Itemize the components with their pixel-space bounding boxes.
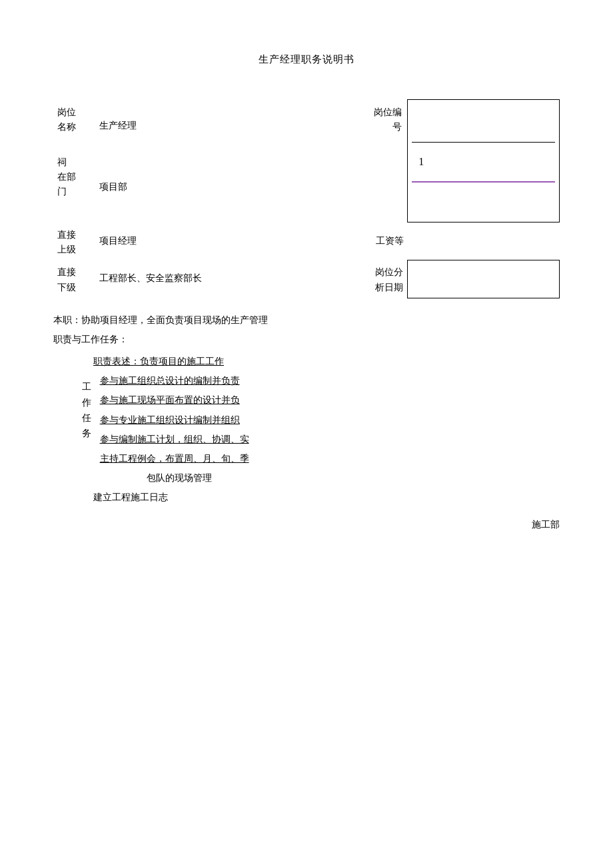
work-item-2: 参与施工现场平面布置的设计并负 bbox=[100, 392, 560, 408]
superior-label: 直接上级 bbox=[53, 222, 95, 260]
salary-box bbox=[412, 183, 555, 219]
page-title: 生产经理职务说明书 bbox=[53, 53, 560, 66]
analysis-date-box bbox=[408, 260, 560, 298]
ben-zhi-text: 本职：协助项目经理，全面负责项目现场的生产管理 bbox=[53, 312, 560, 328]
main-content: 本职：协助项目经理，全面负责项目现场的生产管理 职责与工作任务： 职责表述：负责… bbox=[53, 312, 560, 506]
work-tasks-container: 工 作 任 务 参与施工组织总设计的编制并负责 参与施工现场平面布置的设计并负 … bbox=[53, 372, 560, 470]
work-item-5: 主持工程例会，布置周、月、旬、季 bbox=[100, 450, 560, 467]
work-item-plain2: 建立工程施工日志 bbox=[93, 489, 560, 506]
salary-label: 工资等 bbox=[357, 222, 408, 260]
work-item-plain: 包队的现场管理 bbox=[53, 470, 560, 486]
analysis-date-label: 岗位分析日期 bbox=[357, 260, 408, 298]
dept-label: 祠在部门 bbox=[53, 153, 95, 222]
dept-value: 项目部 bbox=[95, 153, 356, 222]
subordinate-value: 工程部长、安全监察部长 bbox=[95, 260, 356, 298]
job-title-label: 岗位名称 bbox=[53, 100, 95, 153]
superior-value: 项目经理 bbox=[95, 222, 356, 260]
position-code-box bbox=[412, 103, 555, 143]
number-box: 1 bbox=[412, 143, 555, 183]
job-title-value: 生产经理 bbox=[95, 100, 356, 153]
duty-title: 职责表述：负责项目的施工工作 bbox=[93, 353, 560, 370]
info-table: 岗位名称 生产经理 岗位编号 1 祠在部门 项目部 直接上级 项目经理 工资等 … bbox=[53, 99, 560, 298]
work-item-1: 参与施工组织总设计的编制并负责 bbox=[100, 372, 560, 389]
work-item-3: 参与专业施工组织设计编制并组织 bbox=[100, 412, 560, 428]
duties-section: 职责表述：负责项目的施工工作 工 作 任 务 参与施工组织总设计的编制并负责 参… bbox=[53, 353, 560, 506]
subordinate-label: 直接下级 bbox=[53, 260, 95, 298]
number-label bbox=[357, 153, 408, 222]
number-value: 1 bbox=[418, 156, 424, 168]
work-item-4: 参与编制施工计划，组织、协调、实 bbox=[100, 431, 560, 448]
work-items-list: 参与施工组织总设计的编制并负责 参与施工现场平面布置的设计并负 参与专业施工组织… bbox=[100, 372, 560, 470]
work-label: 工 作 任 务 bbox=[80, 372, 93, 424]
ze-ren-text: 职责与工作任务： bbox=[53, 331, 560, 348]
position-code-label: 岗位编号 bbox=[357, 100, 408, 153]
footer-text: 施工部 bbox=[53, 519, 560, 531]
